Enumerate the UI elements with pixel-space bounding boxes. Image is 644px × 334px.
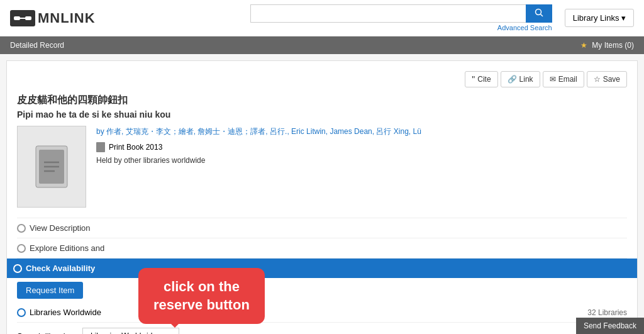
request-item-button[interactable]: Request Item — [17, 282, 83, 299]
my-items[interactable]: ★ My Items (0) — [580, 41, 634, 50]
libraries-worldwide-label: Libraries Worldwide — [30, 308, 101, 317]
library-links-button[interactable]: Library Links ▾ — [565, 9, 634, 27]
view-description-label: View Description — [30, 223, 91, 233]
explore-editions-icon — [17, 244, 26, 253]
logo-icon — [10, 10, 35, 26]
link-button[interactable]: 🔗 Link — [501, 71, 540, 87]
explore-editions-item[interactable]: Explore Editions and — [17, 238, 627, 259]
logo-area: MNLINK — [10, 10, 96, 26]
star-save-icon: ☆ — [594, 75, 601, 84]
search-libraries-select[interactable]: Libraries Worldwide ⬦ — [82, 328, 179, 334]
star-icon: ★ — [580, 41, 587, 50]
search-libraries-row: Search libraries: Libraries Worldwide ⬦ — [17, 323, 627, 334]
check-availability-bar[interactable]: Check Availability — [7, 259, 637, 278]
action-buttons: " Cite 🔗 Link ✉ Email ☆ Save — [17, 71, 627, 87]
record-details: by 作者, 艾瑞克・李文；繪者, 詹姆士・迪恩；譯者, 呂行., Eric L… — [96, 126, 627, 208]
format-icon — [96, 142, 105, 152]
author-link-5[interactable]: James Dean — [330, 127, 372, 136]
libraries-count: 32 Libraries — [587, 308, 627, 317]
email-icon: ✉ — [550, 75, 556, 84]
tooltip-callout: click on the reserve button — [138, 268, 265, 324]
check-availability-label: Check Availability — [26, 264, 95, 273]
tooltip-line2: reserve button — [153, 297, 250, 313]
cite-button[interactable]: " Cite — [465, 71, 497, 87]
authors: by 作者, 艾瑞克・李文；繪者, 詹姆士・迪恩；譯者, 呂行., Eric L… — [96, 126, 627, 137]
check-avail-icon — [13, 264, 22, 273]
explore-editions-label: Explore Editions and — [30, 243, 104, 253]
view-description-icon — [17, 224, 26, 233]
held-text: Held by other libraries worldwide — [96, 156, 627, 165]
libraries-worldwide-row: Libraries Worldwide 32 Libraries — [17, 303, 627, 323]
quote-icon: " — [472, 74, 475, 84]
format-line: Print Book 2013 — [96, 142, 627, 152]
author-link-6[interactable]: 呂行 Xing, Lü — [376, 127, 421, 136]
svg-rect-0 — [14, 16, 20, 20]
tooltip-line1: click on the — [164, 279, 240, 294]
search-libraries-label: Search libraries: — [17, 331, 76, 335]
header: MNLINK Advanced Search Library Links ▾ — [0, 0, 644, 36]
author-link-2[interactable]: 繪者, 詹姆士・迪恩 — [179, 127, 243, 136]
search-area: Advanced Search — [108, 4, 552, 31]
view-description-item[interactable]: View Description — [17, 218, 627, 238]
author-link-1[interactable]: 作者, 艾瑞克・李文 — [106, 127, 171, 136]
email-button[interactable]: ✉ Email — [543, 71, 584, 87]
section-items: View Description Explore Editions and — [17, 218, 627, 259]
record-title-pinyin: Pipi mao he ta de si ke shuai niu kou — [17, 109, 627, 120]
send-feedback-button[interactable]: Send Feedback — [576, 318, 644, 334]
book-cover — [17, 126, 86, 208]
record-title-chinese: 皮皮貓和他的四顆帥鈕扣 — [17, 94, 627, 107]
logo-text: MNLINK — [38, 10, 96, 26]
author-link-4[interactable]: Eric Litwin — [291, 127, 326, 136]
svg-point-3 — [535, 9, 541, 15]
main-content: " Cite 🔗 Link ✉ Email ☆ Save 皮皮貓和他的四顆帥鈕扣… — [6, 60, 638, 334]
svg-line-4 — [540, 14, 543, 17]
nav-bar: Detailed Record ★ My Items (0) — [0, 36, 644, 54]
save-button[interactable]: ☆ Save — [587, 71, 627, 87]
record-body: by 作者, 艾瑞克・李文；繪者, 詹姆士・迪恩；譯者, 呂行., Eric L… — [17, 126, 627, 208]
search-button[interactable] — [526, 4, 552, 23]
format-text: Print Book 2013 — [109, 143, 162, 152]
libraries-worldwide-icon — [17, 308, 26, 317]
search-input[interactable] — [250, 4, 526, 23]
svg-rect-1 — [25, 16, 31, 20]
advanced-search-link[interactable]: Advanced Search — [497, 24, 552, 31]
breadcrumb: Detailed Record — [10, 41, 64, 50]
author-link-3[interactable]: 譯者, 呂行. — [250, 127, 287, 136]
link-icon: 🔗 — [508, 75, 517, 84]
